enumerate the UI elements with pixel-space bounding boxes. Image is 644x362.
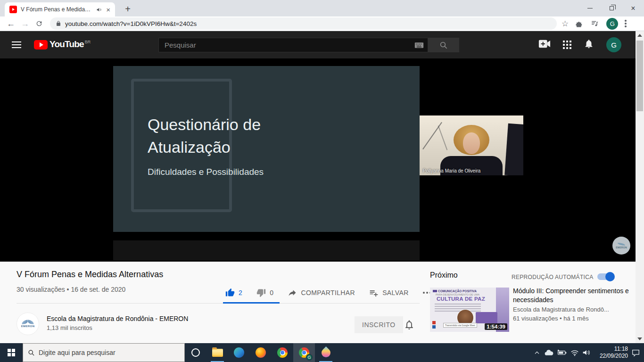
extensions-icon[interactable] — [575, 19, 584, 28]
youtube-apps-icon[interactable] — [563, 41, 571, 49]
window-minimize-button[interactable] — [579, 0, 601, 16]
media-controls-icon[interactable] — [590, 19, 600, 28]
taskbar-clock[interactable]: 11:18 22/09/2020 — [594, 346, 628, 360]
channel-notifications-bell-icon[interactable] — [404, 319, 415, 332]
chrome-button[interactable] — [272, 343, 293, 362]
taskbar-search-box[interactable] — [23, 343, 185, 362]
notifications-bell-icon[interactable] — [584, 38, 594, 51]
channel-avatar[interactable]: EMERON — [17, 313, 39, 335]
webcam-name-label: Pollyanna Maria de Oliveira — [423, 168, 480, 173]
page-scrollbar[interactable] — [636, 31, 644, 343]
reload-button[interactable] — [32, 20, 46, 27]
start-button[interactable] — [0, 343, 23, 362]
browser-menu-icon[interactable] — [625, 20, 627, 27]
file-explorer-icon — [212, 349, 223, 357]
search-input[interactable] — [159, 41, 414, 49]
channel-name[interactable]: Escola da Magistratura de Rondônia - EME… — [47, 315, 188, 322]
window-close-button[interactable]: × — [622, 0, 644, 16]
emeron-watermark: EMERON — [612, 237, 630, 255]
firefox-button[interactable] — [250, 343, 272, 362]
scroll-up-arrow-icon[interactable] — [637, 34, 642, 37]
youtube-header: YouTube BR G — [0, 31, 636, 58]
back-button[interactable]: ← — [4, 19, 18, 29]
search-button[interactable] — [428, 38, 459, 52]
thumbnail-heading-line1: COMUNICAÇÃO POSITIVA — [433, 289, 477, 293]
like-button[interactable]: 2 — [225, 288, 242, 297]
thumbnail-heading-line3: CULTURA DE PAZ — [437, 296, 485, 302]
next-video-thumbnail[interactable]: COMUNICAÇÃO POSITIVA PARA DESENVOLVIMENT… — [430, 288, 509, 332]
youtube-play-icon — [34, 40, 48, 49]
autoplay-toggle[interactable] — [597, 273, 613, 280]
chrome-profile-window-button[interactable]: G — [293, 343, 315, 362]
search-icon — [439, 41, 448, 49]
youtube-account-avatar[interactable]: G — [606, 37, 621, 52]
scroll-down-arrow-icon[interactable] — [637, 337, 642, 340]
window-restore-button[interactable] — [601, 0, 622, 16]
thumbnail-caption: Transmitido via Google Meet — [443, 323, 477, 328]
keyboard-icon[interactable] — [414, 42, 424, 49]
browser-profile-avatar[interactable]: G — [606, 18, 618, 30]
edge-button[interactable] — [228, 343, 250, 362]
like-count: 2 — [239, 289, 242, 296]
close-icon: × — [631, 5, 635, 12]
clock-date: 22/09/2020 — [594, 353, 628, 360]
speaker-face-shape — [463, 132, 480, 154]
minimize-icon — [587, 8, 593, 9]
action-center-icon[interactable] — [631, 349, 640, 357]
browser-tab[interactable]: V Fórum Penas e Medidas Al × — [5, 2, 115, 16]
toolbar-actions: ☆ G — [561, 18, 627, 30]
address-bar[interactable]: youtube.com/watch?v=1iD0kVPI6Hw&t=2402s — [50, 17, 557, 30]
webcam-overlay: Pollyanna Maria de Oliveira — [420, 115, 523, 175]
browser-toolbar: ← → youtube.com/watch?v=1iD0kVPI6Hw&t=24… — [0, 16, 644, 31]
scrollbar-thumb[interactable] — [636, 41, 643, 111]
dislike-count: 0 — [270, 289, 273, 296]
wifi-icon[interactable] — [570, 349, 579, 356]
profile-badge: G — [306, 354, 313, 361]
slide-lower-strip — [113, 240, 420, 261]
bookmark-star-icon[interactable]: ☆ — [561, 19, 569, 29]
share-button[interactable]: COMPARTILHAR — [288, 288, 355, 297]
url-text: youtube.com/watch?v=1iD0kVPI6Hw&t=2402s — [65, 20, 197, 27]
volume-icon[interactable] — [582, 349, 591, 356]
youtube-logo[interactable]: YouTube BR — [34, 39, 91, 49]
browser-tab-strip: V Fórum Penas e Medidas Al × + × — [0, 0, 644, 16]
video-player[interactable]: Questionário de Atualização Dificuldades… — [0, 58, 636, 262]
youtube-favicon-icon — [9, 6, 17, 13]
edge-icon — [234, 347, 244, 358]
playlist-add-icon — [369, 288, 379, 297]
windows-logo-icon — [8, 349, 15, 356]
presentation-slide: Questionário de Atualização Dificuldades… — [113, 66, 420, 232]
like-ratio-bar — [223, 302, 280, 304]
taskbar-search-input[interactable] — [39, 349, 180, 356]
onedrive-cloud-icon[interactable] — [544, 349, 553, 356]
slide-title-line1: Questionário de — [148, 113, 264, 136]
forward-button[interactable]: → — [18, 19, 32, 29]
guide-menu-icon[interactable] — [12, 41, 21, 50]
next-video-meta: 61 visualizações • há 1 mês — [513, 315, 589, 322]
tab-close-icon[interactable]: × — [106, 6, 110, 13]
thumbnail-blue-square — [432, 325, 436, 329]
autoplay-label: REPRODUÇÃO AUTOMÁTICA — [512, 274, 593, 280]
save-button[interactable]: SALVAR — [369, 288, 409, 297]
file-explorer-button[interactable] — [206, 343, 228, 362]
new-tab-button[interactable]: + — [122, 3, 134, 16]
paint-app-button[interactable] — [315, 343, 337, 362]
battery-icon[interactable] — [557, 349, 567, 356]
subscribe-button[interactable]: INSCRITO — [355, 316, 403, 333]
tab-title: V Fórum Penas e Medidas Al — [21, 6, 92, 13]
video-meta: 30 visualizações • 16 de set. de 2020 — [17, 286, 125, 293]
dislike-button[interactable]: 0 — [256, 288, 273, 297]
watch-page-content: V Fórum Penas e Medidas Alternativas 30 … — [0, 262, 636, 343]
next-video-channel: Escola da Magistratura de Rondô... — [513, 306, 609, 313]
webcam-monitor-shape — [504, 123, 523, 175]
video-title: V Fórum Penas e Medidas Alternativas — [17, 270, 163, 280]
tab-audio-icon[interactable] — [96, 7, 102, 13]
create-video-icon[interactable] — [538, 39, 551, 50]
next-video-title[interactable]: Módulo III: Compreender sentimentos e ne… — [513, 287, 632, 304]
thumb-down-icon — [256, 288, 266, 297]
youtube-search-box[interactable] — [158, 38, 428, 52]
tray-expand-chevron-icon[interactable] — [533, 349, 541, 356]
cortana-icon — [191, 348, 200, 357]
cortana-button[interactable] — [185, 343, 206, 362]
share-icon — [288, 288, 297, 297]
